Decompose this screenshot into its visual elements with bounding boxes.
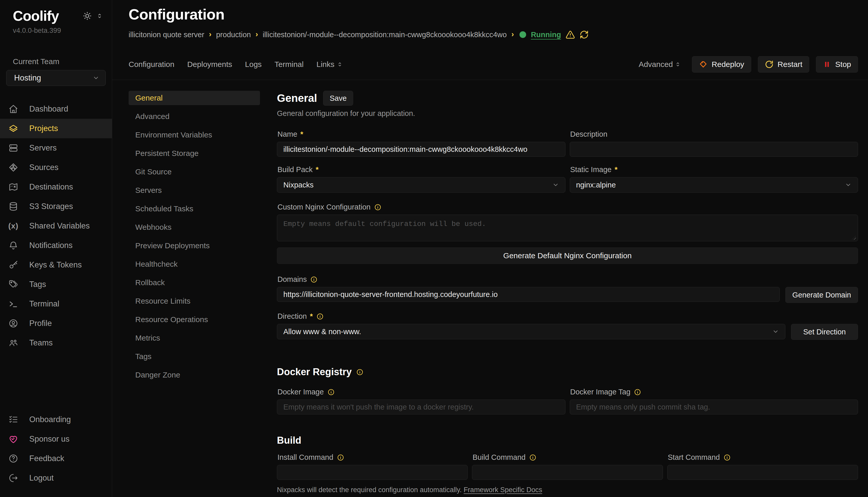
home-icon	[8, 104, 18, 114]
generate-nginx-button[interactable]: Generate Default Nginx Configuration	[277, 247, 858, 264]
map-icon	[8, 182, 18, 192]
custom-nginx-textarea[interactable]	[277, 215, 858, 241]
advanced-dropdown[interactable]: Advanced	[638, 60, 680, 69]
section-subtitle: General configuration for your applicati…	[277, 109, 858, 118]
chevron-down-icon	[845, 182, 852, 188]
sidebar-item-profile[interactable]: Profile	[0, 314, 112, 333]
database-icon	[8, 202, 18, 211]
sidebar-item-s3-storages[interactable]: S3 Storages	[0, 197, 112, 216]
sidebar-item-label: Notifications	[29, 241, 73, 250]
sidebar-item-teams[interactable]: Teams	[0, 333, 112, 353]
docker-image-tag-input[interactable]	[570, 400, 858, 414]
help-circle-icon	[8, 454, 18, 464]
subnav-webhooks[interactable]: Webhooks	[128, 220, 260, 235]
sidebar-collapse-chevrons-icon[interactable]	[97, 13, 103, 19]
stop-button[interactable]: Stop	[816, 56, 858, 73]
tab-links[interactable]: Links	[316, 60, 343, 69]
sidebar-item-label: Onboarding	[29, 415, 71, 424]
info-icon	[328, 388, 335, 396]
domains-input[interactable]	[277, 287, 780, 302]
install-command-label: Install Command	[277, 453, 333, 462]
domains-label: Domains	[277, 275, 307, 284]
required-asterisk: *	[615, 166, 618, 174]
sidebar-item-projects[interactable]: Projects	[0, 119, 112, 138]
sidebar-item-label: Sources	[29, 163, 58, 172]
build-command-label: Build Command	[472, 453, 525, 462]
team-select[interactable]: Hosting	[6, 70, 106, 86]
nixpacks-note-text: Nixpacks will detect the required config…	[277, 486, 462, 494]
subnav-servers[interactable]: Servers	[128, 183, 260, 197]
breadcrumb-project[interactable]: illicitonion quote server	[128, 30, 204, 39]
subnav-resource-operations[interactable]: Resource Operations	[128, 312, 260, 327]
name-input[interactable]	[277, 142, 565, 157]
direction-select[interactable]: Allow www & non-www.	[277, 324, 785, 339]
build-command-input[interactable]	[472, 465, 663, 480]
terminal-icon	[8, 299, 18, 309]
info-icon	[374, 204, 381, 211]
docker-image-input[interactable]	[277, 400, 565, 414]
subnav-rollback[interactable]: Rollback	[128, 275, 260, 290]
status-badge[interactable]: Running	[531, 30, 561, 39]
sidebar-item-dashboard[interactable]: Dashboard	[0, 99, 112, 119]
subnav-persistent-storage[interactable]: Persistent Storage	[128, 146, 260, 160]
breadcrumb-environment[interactable]: production	[216, 30, 251, 39]
sidebar-item-sources[interactable]: Sources	[0, 158, 112, 177]
info-icon	[634, 388, 641, 396]
docker-image-label: Docker Image	[277, 388, 324, 396]
redeploy-button[interactable]: Redeploy	[692, 56, 751, 73]
tab-logs[interactable]: Logs	[245, 60, 262, 69]
sidebar-item-shared-variables[interactable]: (x) Shared Variables	[0, 216, 112, 236]
warning-triangle-icon[interactable]	[566, 30, 575, 39]
subnav-metrics[interactable]: Metrics	[128, 331, 260, 345]
generate-domain-button[interactable]: Generate Domain	[785, 287, 858, 303]
sidebar-item-label: S3 Storages	[29, 202, 73, 211]
set-direction-button[interactable]: Set Direction	[791, 324, 858, 340]
sidebar: Coolify v4.0.0-beta.399 Current Team Hos…	[0, 0, 112, 497]
subnav-danger-zone[interactable]: Danger Zone	[128, 368, 260, 382]
subnav-advanced[interactable]: Advanced	[128, 109, 260, 124]
breadcrumb-application[interactable]: illicitestonion/-module--decomposition:m…	[263, 30, 507, 39]
subnav-scheduled-tasks[interactable]: Scheduled Tasks	[128, 202, 260, 216]
subnav-general[interactable]: General	[128, 91, 260, 105]
sidebar-item-tags[interactable]: Tags	[0, 275, 112, 294]
install-command-input[interactable]	[277, 465, 468, 480]
sidebar-item-onboarding[interactable]: Onboarding	[0, 410, 112, 429]
sidebar-item-terminal[interactable]: Terminal	[0, 294, 112, 314]
sidebar-item-keys-tokens[interactable]: Keys & Tokens	[0, 255, 112, 275]
theme-toggle-sun-icon[interactable]	[83, 11, 92, 20]
chevron-down-icon	[772, 328, 779, 335]
subnav-healthcheck[interactable]: Healthcheck	[128, 257, 260, 271]
refresh-icon[interactable]	[580, 30, 589, 39]
description-label: Description	[570, 130, 607, 139]
restart-button[interactable]: Restart	[758, 56, 810, 73]
framework-docs-link[interactable]: Framework Specific Docs	[464, 486, 542, 494]
bell-icon	[8, 241, 18, 250]
tab-configuration[interactable]: Configuration	[128, 60, 174, 69]
sidebar-item-destinations[interactable]: Destinations	[0, 177, 112, 197]
tab-terminal[interactable]: Terminal	[275, 60, 304, 69]
description-input[interactable]	[570, 142, 858, 157]
build-pack-select[interactable]: Nixpacks	[277, 177, 565, 193]
sidebar-item-logout[interactable]: Logout	[0, 468, 112, 488]
sidebar-item-label: Feedback	[29, 454, 64, 463]
app-version: v4.0.0-beta.399	[0, 24, 112, 34]
stop-pause-icon	[823, 60, 831, 69]
sidebar-item-label: Destinations	[29, 182, 73, 191]
subnav-resource-limits[interactable]: Resource Limits	[128, 294, 260, 308]
tab-deployments[interactable]: Deployments	[187, 60, 232, 69]
subnav-environment-variables[interactable]: Environment Variables	[128, 128, 260, 142]
main-area: Configuration illicitonion quote server …	[112, 0, 868, 497]
sidebar-item-feedback[interactable]: Feedback	[0, 449, 112, 468]
subnav-tags[interactable]: Tags	[128, 349, 260, 364]
sidebar-item-servers[interactable]: Servers	[0, 138, 112, 158]
save-button[interactable]: Save	[323, 91, 353, 106]
subnav-git-source[interactable]: Git Source	[128, 165, 260, 179]
start-command-input[interactable]	[667, 465, 858, 480]
static-image-select[interactable]: nginx:alpine	[570, 177, 858, 193]
stop-label: Stop	[835, 60, 851, 69]
sidebar-item-sponsor[interactable]: Sponsor us	[0, 429, 112, 449]
subnav-preview-deployments[interactable]: Preview Deployments	[128, 239, 260, 253]
sidebar-item-label: Sponsor us	[29, 435, 70, 444]
sidebar-item-notifications[interactable]: Notifications	[0, 236, 112, 255]
redeploy-label: Redeploy	[712, 60, 744, 69]
